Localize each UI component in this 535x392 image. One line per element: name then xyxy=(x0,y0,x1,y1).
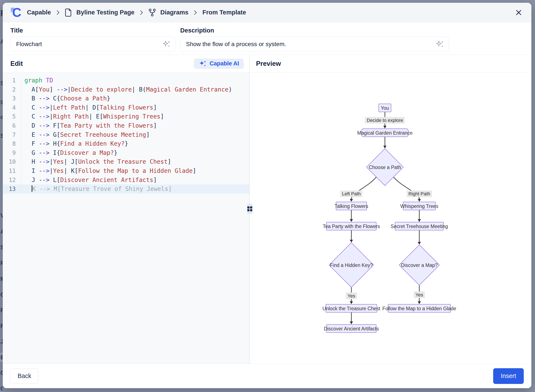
line-number: 13 xyxy=(3,185,21,194)
backdrop-text-fragment: Ca xyxy=(0,370,3,376)
line-number: 4 xyxy=(3,103,21,112)
line-number: 3 xyxy=(3,94,21,103)
description-field-group: Description xyxy=(180,27,449,55)
code-editor[interactable]: 1graph TD2 A[You] -->|Decide to explore|… xyxy=(3,73,250,364)
document-icon xyxy=(65,8,72,17)
title-input[interactable] xyxy=(10,37,176,52)
dialog-footer: Back Insert xyxy=(3,364,531,388)
chevron-right-icon xyxy=(55,10,61,15)
diagram-preview: YouMagical Garden EntranceChoose a PathT… xyxy=(250,73,531,364)
backdrop-page-fragments: PrAlSpSHcoSeViArSePrMClPrPrJuByCaCa xyxy=(0,0,3,392)
line-number: 11 xyxy=(3,167,21,176)
flow-node-label: Tea Party with the Flowers xyxy=(323,224,380,229)
backdrop-text-fragment: Cl xyxy=(0,292,3,298)
edge-label: Yes xyxy=(348,293,355,299)
split-drag-handle[interactable] xyxy=(247,204,253,214)
description-input[interactable] xyxy=(180,37,449,52)
backdrop-text-fragment: Vi xyxy=(0,212,3,219)
title-field-group: Title xyxy=(10,27,176,55)
dialog-header: C Capable Byline Testing Page Diagrams F… xyxy=(3,3,531,22)
code-line[interactable]: 9 G --> I{Discover a Map?} xyxy=(3,149,249,158)
breadcrumb-item-byline-testing-page[interactable]: Byline Testing Page xyxy=(76,9,134,16)
from-template-dialog: C Capable Byline Testing Page Diagrams F… xyxy=(3,3,531,388)
code-line[interactable]: 5 C -->|Right Path| E[Whispering Trees] xyxy=(3,112,249,121)
insert-button[interactable]: Insert xyxy=(493,368,524,384)
preview-heading: Preview xyxy=(256,60,281,68)
flowchart-diagram: YouMagical Garden EntranceChoose a PathT… xyxy=(303,98,456,340)
line-number: 7 xyxy=(3,130,21,140)
code-line[interactable]: 7 E --> G[Secret Treehouse Meeting] xyxy=(3,130,249,140)
breadcrumb-item-capable[interactable]: Capable xyxy=(27,9,51,16)
flow-node-label: Follow the Map to a Hidden Glade xyxy=(382,306,456,311)
editor-preview-split: 1graph TD2 A[You] -->|Decide to explore|… xyxy=(3,73,531,364)
flow-node-label: Unlock the Treasure Chest xyxy=(322,306,381,311)
breadcrumb-item-diagrams[interactable]: Diagrams xyxy=(160,9,188,16)
diagram-fork-icon xyxy=(148,9,156,17)
capable-logo: C xyxy=(10,6,23,19)
backdrop-text-fragment: Se xyxy=(0,244,3,251)
title-label: Title xyxy=(10,27,176,34)
code-line[interactable]: 1graph TD xyxy=(3,76,249,85)
edit-heading: Edit xyxy=(10,60,23,68)
flow-node-label: Discover a Map? xyxy=(401,262,438,268)
backdrop-text-fragment: By xyxy=(0,354,3,361)
backdrop-text-fragment: SH xyxy=(0,99,3,105)
backdrop-text-fragment: M xyxy=(0,276,3,282)
backdrop-text-fragment: Pr xyxy=(0,9,3,18)
flow-node-label: Magical Garden Entrance xyxy=(357,130,413,136)
flow-node-label: You xyxy=(381,105,389,111)
flow-node-label: Find a Hidden Key? xyxy=(330,262,373,268)
code-line[interactable]: 13 K --> M[Treasure Trove of Shiny Jewel… xyxy=(3,185,249,194)
line-number: 8 xyxy=(3,139,21,149)
line-number: 5 xyxy=(3,112,21,121)
sparkles-icon xyxy=(199,60,207,68)
backdrop-text-fragment: Sp xyxy=(0,80,3,87)
chevron-right-icon xyxy=(193,10,198,15)
panel-headers: Edit Capable AI Preview xyxy=(3,55,531,73)
chevron-right-icon xyxy=(139,10,144,15)
code-line[interactable]: 10 H -->|Yes| J[Unlock the Treasure Ches… xyxy=(3,157,249,167)
line-number: 12 xyxy=(3,176,21,185)
flow-node-label: Whispering Trees xyxy=(400,203,438,209)
flow-node-label: Secret Treehouse Meeting xyxy=(391,224,448,229)
backdrop-text-fragment: Se xyxy=(0,132,3,139)
flow-node-label: Discover Ancient Artifacts xyxy=(324,326,379,331)
close-button[interactable] xyxy=(514,7,524,18)
code-line[interactable]: 11 I -->|Yes| K[Follow the Map to a Hidd… xyxy=(3,167,249,176)
back-button[interactable]: Back xyxy=(10,369,38,384)
flow-node-label: Choose a Path xyxy=(369,165,401,170)
code-line[interactable]: 2 A[You] -->|Decide to explore| B(Magica… xyxy=(3,85,249,94)
backdrop-text-fragment: Al xyxy=(0,38,3,45)
line-number: 9 xyxy=(3,149,21,158)
edge-label: Yes xyxy=(415,292,423,298)
backdrop-text-fragment: Pr xyxy=(0,260,3,266)
breadcrumb-item-from-template[interactable]: From Template xyxy=(202,9,246,16)
backdrop-text-fragment: Ar xyxy=(0,229,3,235)
flow-node-label: Talking Flowers xyxy=(335,203,368,209)
capable-ai-label: Capable AI xyxy=(209,60,239,67)
sparkles-icon[interactable] xyxy=(162,39,171,49)
line-number: 10 xyxy=(3,157,21,167)
metadata-fields: Title Description xyxy=(3,22,531,55)
backdrop-text-fragment: Ju xyxy=(0,338,3,345)
backdrop-text-fragment: Ca xyxy=(0,385,3,392)
code-line[interactable]: 8 F --> H{Find a Hidden Key?} xyxy=(3,139,249,149)
line-number: 1 xyxy=(3,76,21,85)
edge-label: Left Path xyxy=(342,191,361,196)
sparkles-icon[interactable] xyxy=(435,39,445,49)
edge-label: Right Path xyxy=(409,191,430,196)
line-number: 2 xyxy=(3,85,21,94)
close-icon xyxy=(515,9,522,16)
code-line[interactable]: 3 B --> C{Choose a Path} xyxy=(3,94,249,103)
code-line[interactable]: 4 C -->|Left Path| D[Talking Flowers] xyxy=(3,103,249,112)
code-line[interactable]: 12 J --> L[Discover Ancient Artifacts] xyxy=(3,176,249,185)
line-number: 6 xyxy=(3,121,21,130)
backdrop-text-fragment: Pr xyxy=(0,307,3,314)
code-line[interactable]: 6 D --> F[Tea Party with the Flowers] xyxy=(3,121,249,130)
capable-ai-button[interactable]: Capable AI xyxy=(194,59,244,69)
backdrop-text-fragment: co xyxy=(0,114,3,120)
description-label: Description xyxy=(180,27,449,34)
backdrop-text-fragment: Pr xyxy=(0,323,3,329)
edge-label: Decide to explore xyxy=(367,118,403,123)
